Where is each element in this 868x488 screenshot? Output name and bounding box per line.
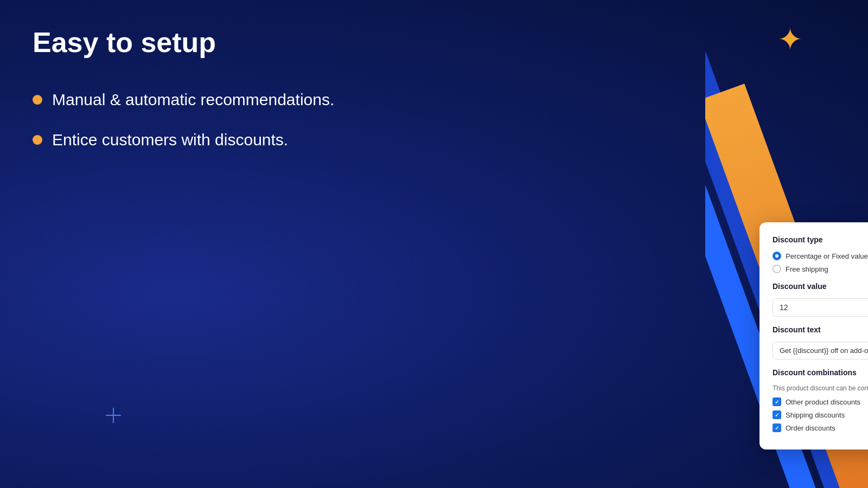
page-title: Easy to setup [33,27,835,58]
combo-row-2[interactable]: Shipping discounts [773,410,868,419]
discount-type-radio: Percentage or Fixed value Free shipping [773,252,868,273]
radio-shipping-label: Free shipping [786,265,828,273]
discount-type-section: Discount type Percentage or Fixed value … [773,235,868,273]
combo-label-1: Other product discounts [786,398,860,406]
bullet-dot-1 [33,95,42,105]
bullet-list: Manual & automatic recommendations. Enti… [33,91,835,149]
star-icon: ✦ [777,22,803,57]
radio-percentage[interactable] [773,252,781,260]
discount-type-percentage[interactable]: Percentage or Fixed value [773,252,868,260]
discount-text-input[interactable] [773,342,868,359]
combo-row-3[interactable]: Order discounts [773,423,868,432]
combo-label-3: Order discounts [786,424,835,432]
discount-text-label: Discount text [773,325,868,334]
bullet-item-2: Entice customers with discounts. [33,131,835,149]
discount-type-label: Discount type [773,235,868,244]
discount-value-row: ▲ ▼ % $ [773,298,868,317]
combinations-title: Discount combinations [773,368,868,377]
discount-value-label: Discount value [773,282,868,291]
radio-shipping[interactable] [773,265,781,273]
combinations-subtitle: This product discount can be combined wi… [773,384,868,392]
combo-row-1[interactable]: Other product discounts [773,397,868,406]
discount-value-section: Discount value ▲ ▼ % $ [773,282,868,317]
bullet-text-2: Entice customers with discounts. [52,131,288,149]
combo-check-2[interactable] [773,410,781,419]
discount-card: Discount type Percentage or Fixed value … [760,222,868,450]
bullet-dot-2 [33,135,42,145]
discount-value-input[interactable] [773,299,868,316]
bullet-text-1: Manual & automatic recommendations. [52,91,334,109]
combo-check-3[interactable] [773,423,781,432]
crosshair-icon [106,408,121,423]
bullet-item-1: Manual & automatic recommendations. [33,91,835,109]
discount-combinations-section: Discount combinations This product disco… [773,368,868,432]
combo-label-2: Shipping discounts [786,411,845,419]
main-content: Easy to setup Manual & automatic recomme… [0,0,868,488]
discount-text-section: Discount text [773,325,868,368]
combo-check-1[interactable] [773,397,781,406]
radio-percentage-label: Percentage or Fixed value [786,252,868,260]
discount-type-shipping[interactable]: Free shipping [773,265,868,273]
